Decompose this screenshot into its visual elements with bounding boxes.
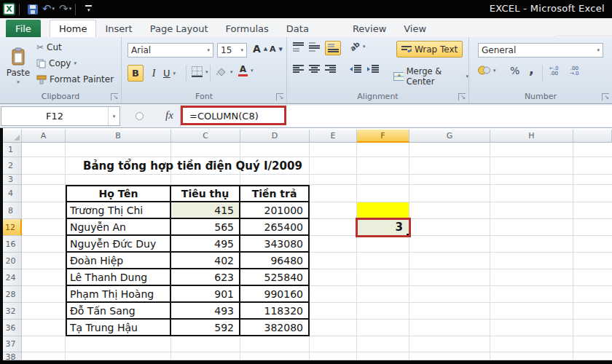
cell[interactable]	[22, 253, 66, 269]
cell[interactable]	[22, 202, 66, 219]
cell-consumption[interactable]: 565	[171, 219, 240, 236]
cell[interactable]	[573, 303, 612, 320]
cell[interactable]	[66, 175, 171, 185]
cell[interactable]	[310, 269, 357, 286]
cell[interactable]	[357, 143, 409, 157]
tab-page-layout[interactable]: Page Layout	[141, 20, 217, 37]
col-header-c[interactable]: C	[171, 130, 240, 143]
cell[interactable]	[171, 175, 240, 185]
cell[interactable]	[357, 286, 409, 303]
cell[interactable]	[490, 286, 573, 303]
cell[interactable]	[357, 352, 409, 360]
cell[interactable]	[310, 336, 357, 352]
increase-indent-button[interactable]	[367, 65, 379, 76]
cell[interactable]	[409, 185, 490, 202]
tab-insert[interactable]: Insert	[96, 20, 141, 37]
cell[interactable]	[22, 185, 66, 202]
wrap-text-button[interactable]: Wrap Text	[396, 41, 463, 58]
italic-button[interactable]: I	[147, 65, 160, 82]
cell[interactable]	[409, 143, 490, 157]
cell[interactable]	[490, 303, 573, 320]
cell[interactable]	[573, 157, 612, 175]
tab-formulas[interactable]: Formulas	[216, 20, 277, 37]
shrink-font-button[interactable]: A▼	[270, 45, 283, 53]
cell-payment[interactable]: 990160	[240, 286, 310, 303]
cell[interactable]	[66, 352, 171, 360]
font-color-button[interactable]: A ▾	[238, 65, 254, 76]
cell-name[interactable]: Lê Thanh Dung	[66, 269, 171, 286]
cell-payment[interactable]: 118320	[240, 303, 310, 320]
col-header-h[interactable]: H	[490, 130, 573, 143]
cell[interactable]	[310, 286, 357, 303]
cell[interactable]	[310, 320, 357, 336]
cell-name[interactable]: Nguyễn An	[66, 219, 171, 236]
row-header-20[interactable]: 20	[0, 253, 22, 269]
cell-name[interactable]: Đỗ Tấn Sang	[66, 303, 171, 320]
align-center-button[interactable]	[309, 65, 320, 76]
cell[interactable]	[357, 157, 409, 175]
cell[interactable]	[409, 253, 490, 269]
cell[interactable]	[357, 320, 409, 336]
cell[interactable]	[357, 185, 409, 202]
comma-style-button[interactable]: ,	[529, 61, 534, 76]
tab-view[interactable]: View	[395, 20, 435, 37]
undo-button[interactable]: ↶▾	[42, 4, 55, 15]
row-header-16[interactable]: 16	[0, 236, 22, 253]
cell[interactable]	[310, 253, 357, 269]
accounting-format-button[interactable]: ▾	[478, 66, 496, 75]
cell[interactable]	[310, 352, 357, 360]
cell[interactable]	[409, 175, 490, 185]
formula-input[interactable]: =COLUMN(C8)	[180, 106, 612, 127]
cell[interactable]	[490, 185, 573, 202]
cell[interactable]	[22, 286, 66, 303]
cell[interactable]	[409, 202, 490, 219]
cell[interactable]	[22, 157, 66, 175]
tab-file[interactable]: File	[6, 20, 41, 37]
copy-button[interactable]: Copy ▾	[36, 58, 76, 68]
number-dialog-launcher[interactable]: ↘	[602, 93, 609, 100]
decrease-decimal-button[interactable]: .00→.0	[570, 66, 579, 76]
cell[interactable]	[310, 303, 357, 320]
cell-payment[interactable]: 343080	[240, 236, 310, 253]
cell-payment[interactable]: 96480	[240, 253, 310, 269]
cell[interactable]	[490, 157, 573, 175]
cell-consumption[interactable]: 592	[171, 320, 240, 336]
tab-data[interactable]: Data	[278, 20, 318, 37]
cell[interactable]	[22, 219, 66, 236]
merge-center-button[interactable]: a Merge & Center ▾	[393, 66, 468, 87]
cell-name[interactable]: Nguyễn Đức Duy	[66, 236, 171, 253]
row-header-24[interactable]: 24	[0, 269, 22, 286]
col-header-e[interactable]: E	[310, 130, 357, 143]
cell[interactable]	[409, 352, 490, 360]
cell[interactable]	[490, 219, 573, 236]
cell[interactable]	[22, 303, 66, 320]
cell[interactable]	[573, 269, 612, 286]
cell-name[interactable]: Tạ Trung Hậu	[66, 320, 171, 336]
fill-handle[interactable]	[406, 233, 409, 236]
cut-button[interactable]: ✂ Cut	[36, 42, 62, 52]
cell[interactable]	[171, 336, 240, 352]
cell[interactable]	[573, 185, 612, 202]
row-header-12-selected[interactable]: 12	[0, 219, 22, 236]
cell[interactable]	[240, 175, 310, 185]
cell-consumption[interactable]: 495	[171, 236, 240, 253]
cell[interactable]	[490, 352, 573, 360]
cell-consumption[interactable]: 623	[171, 269, 240, 286]
paste-button[interactable]: Paste ▾	[4, 40, 32, 92]
col-header-partial[interactable]	[573, 130, 612, 143]
cell[interactable]	[573, 219, 612, 236]
align-left-button[interactable]	[293, 65, 304, 76]
cell-payment[interactable]: 382080	[240, 320, 310, 336]
cell[interactable]	[490, 269, 573, 286]
cell[interactable]	[22, 269, 66, 286]
cell-f8-yellow-highlight[interactable]	[357, 202, 409, 219]
cell[interactable]	[240, 336, 310, 352]
cell[interactable]	[310, 236, 357, 253]
cell[interactable]	[240, 352, 310, 360]
cell[interactable]	[490, 253, 573, 269]
cell-consumption[interactable]: 901	[171, 286, 240, 303]
fill-color-button[interactable]: ▾	[215, 66, 233, 77]
font-size-combo[interactable]: 15▾	[217, 43, 247, 58]
cell[interactable]	[310, 185, 357, 202]
underline-button[interactable]: U▾	[163, 65, 176, 82]
